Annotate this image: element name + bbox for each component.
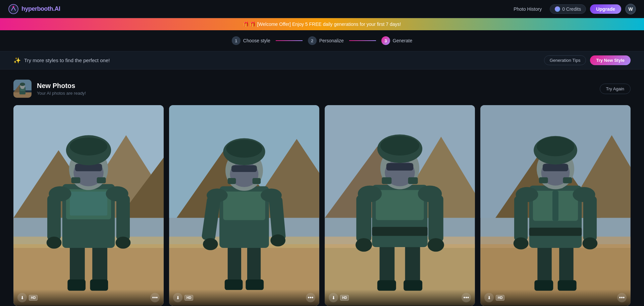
photo-3-more-button[interactable]: ••• xyxy=(462,293,471,302)
main-content: New Photos Your AI photos are ready! Try… xyxy=(0,70,644,306)
svg-point-88 xyxy=(380,136,419,156)
photo-image-2 xyxy=(169,105,319,306)
new-photos-title: New Photos xyxy=(37,82,86,90)
svg-point-35 xyxy=(70,137,107,156)
navbar: hyperbooth.AI Photo History 0 Credits Up… xyxy=(0,0,644,18)
svg-rect-107 xyxy=(583,196,597,241)
upgrade-button[interactable]: Upgrade xyxy=(590,4,621,14)
svg-rect-114 xyxy=(543,164,568,171)
photo-card-1: ⬇ HD ••• xyxy=(13,105,164,306)
try-new-style-button[interactable]: Try New Style xyxy=(590,55,631,65)
svg-rect-110 xyxy=(529,228,582,236)
photo-card-2-actions: ⬇ HD ••• xyxy=(169,290,319,306)
credits-icon xyxy=(555,6,560,12)
step-3-number: 3 xyxy=(381,36,390,45)
sparkle-icon: ✨ xyxy=(13,57,21,64)
photo-4-hd-badge: HD xyxy=(496,295,504,301)
svg-rect-99 xyxy=(534,280,553,291)
svg-point-61 xyxy=(226,140,262,158)
photo-card-1-actions: ⬇ HD ••• xyxy=(13,290,164,306)
banner-text: 🎁 🎁 [Welcome Offer] Enjoy 5 FREE daily g… xyxy=(243,21,401,27)
photo-image-1 xyxy=(13,105,164,306)
svg-point-80 xyxy=(356,238,372,252)
try-styles-actions: Generation Tips Try New Style xyxy=(544,55,631,65)
svg-rect-103 xyxy=(552,191,558,221)
step-3: 3 Generate xyxy=(381,36,412,45)
photo-card-4-actions: ⬇ HD ••• xyxy=(480,290,631,306)
photos-header: New Photos Your AI photos are ready! Try… xyxy=(13,80,631,98)
svg-rect-46 xyxy=(225,279,243,290)
photo-3-hd-badge: HD xyxy=(340,295,349,301)
svg-rect-19 xyxy=(67,279,86,291)
soldier-svg-4 xyxy=(480,105,631,306)
photo-card-3-actions: ⬇ HD ••• xyxy=(325,290,475,306)
photo-3-action-left: ⬇ HD xyxy=(329,293,349,302)
photo-grid: ⬇ HD ••• xyxy=(13,105,631,306)
logo-text-suffix: .AI xyxy=(53,5,60,12)
welcome-banner: 🎁 🎁 [Welcome Offer] Enjoy 5 FREE daily g… xyxy=(0,18,644,30)
photo-2-more-button[interactable]: ••• xyxy=(306,293,315,302)
photo-1-action-left: ⬇ HD xyxy=(17,293,38,302)
stepper: 1 Choose style 2 Personalize 3 Generate xyxy=(0,30,644,51)
svg-point-108 xyxy=(514,237,529,250)
svg-rect-37 xyxy=(97,177,106,183)
photo-2-action-left: ⬇ HD xyxy=(173,293,193,302)
navbar-logo: hyperbooth.AI xyxy=(8,4,60,14)
svg-rect-100 xyxy=(558,280,577,291)
credits-display[interactable]: 0 Credits xyxy=(550,4,586,14)
photo-1-more-button[interactable]: ••• xyxy=(150,293,160,302)
avatar-thumbnail xyxy=(13,80,32,98)
photo-image-4 xyxy=(480,105,631,306)
svg-point-29 xyxy=(116,237,131,249)
svg-rect-63 xyxy=(253,178,261,184)
photo-4-more-button[interactable]: ••• xyxy=(617,293,627,302)
thumbnail-image xyxy=(13,80,32,98)
svg-rect-62 xyxy=(228,178,236,184)
svg-rect-78 xyxy=(356,195,371,242)
svg-rect-59 xyxy=(231,165,257,172)
generation-tips-button[interactable]: Generation Tips xyxy=(544,55,586,65)
photo-4-download-button[interactable]: ⬇ xyxy=(484,293,494,302)
svg-point-55 xyxy=(270,234,285,247)
svg-rect-20 xyxy=(90,279,108,291)
photo-card-4: ⬇ HD ••• xyxy=(480,105,631,306)
svg-rect-75 xyxy=(376,190,424,220)
photo-2-download-button[interactable]: ⬇ xyxy=(173,293,182,302)
svg-rect-89 xyxy=(382,177,391,184)
svg-rect-27 xyxy=(116,195,130,240)
svg-rect-17 xyxy=(70,244,85,286)
soldier-svg-3 xyxy=(325,105,475,306)
svg-rect-49 xyxy=(223,191,265,220)
avatar-button[interactable]: W xyxy=(625,4,636,14)
photo-1-hd-badge: HD xyxy=(29,295,38,301)
svg-rect-98 xyxy=(559,246,574,286)
svg-point-28 xyxy=(47,237,62,249)
svg-point-109 xyxy=(583,237,598,250)
credits-label: 0 Credits xyxy=(562,6,581,12)
step-1-label: Choose style xyxy=(243,38,270,43)
try-again-button[interactable]: Try Again xyxy=(600,84,631,94)
try-styles-bar: ✨ Try more styles to find the perfect on… xyxy=(0,51,644,70)
svg-rect-47 xyxy=(246,279,264,290)
svg-rect-117 xyxy=(539,177,548,183)
photo-4-action-left: ⬇ HD xyxy=(484,293,504,302)
step-1-number: 1 xyxy=(232,36,240,45)
step-connector-2 xyxy=(349,40,376,41)
svg-point-0 xyxy=(9,4,18,14)
svg-rect-71 xyxy=(405,244,420,286)
svg-point-81 xyxy=(428,238,444,252)
step-2: 2 Personalize xyxy=(308,36,344,45)
step-2-label: Personalize xyxy=(319,38,344,43)
logo-text-main: hyperbooth xyxy=(21,5,53,12)
step-3-label: Generate xyxy=(393,38,412,43)
photo-1-download-button[interactable]: ⬇ xyxy=(17,293,27,302)
svg-rect-70 xyxy=(380,244,395,286)
svg-rect-72 xyxy=(377,280,396,291)
photo-history-button[interactable]: Photo History xyxy=(509,4,546,14)
svg-rect-26 xyxy=(47,195,61,240)
step-connector-1 xyxy=(276,40,303,41)
svg-rect-90 xyxy=(408,177,418,184)
svg-rect-86 xyxy=(386,163,414,170)
photo-3-download-button[interactable]: ⬇ xyxy=(329,293,338,302)
soldier-svg-2 xyxy=(169,105,319,306)
